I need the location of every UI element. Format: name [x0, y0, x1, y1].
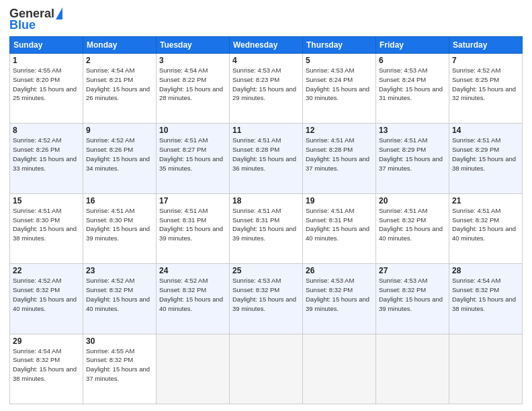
day-number: 16 — [86, 196, 153, 205]
calendar-day-cell — [303, 334, 376, 404]
calendar-day-cell: 11Sunrise: 4:51 AMSunset: 8:28 PMDayligh… — [230, 124, 303, 193]
day-number: 26 — [306, 266, 373, 275]
day-number: 3 — [159, 56, 226, 65]
day-info: Sunrise: 4:53 AMSunset: 8:23 PMDaylight:… — [232, 66, 296, 101]
day-number: 22 — [13, 266, 80, 275]
calendar-day-cell: 28Sunrise: 4:54 AMSunset: 8:32 PMDayligh… — [449, 264, 523, 334]
weekday-header: Sunday — [10, 37, 83, 54]
day-info: Sunrise: 4:52 AMSunset: 8:25 PMDaylight:… — [452, 66, 516, 101]
day-number: 14 — [452, 126, 519, 135]
day-info: Sunrise: 4:53 AMSunset: 8:32 PMDaylight:… — [232, 277, 296, 312]
calendar-table: SundayMondayTuesdayWednesdayThursdayFrid… — [9, 36, 523, 404]
day-info: Sunrise: 4:51 AMSunset: 8:27 PMDaylight:… — [159, 136, 223, 171]
calendar-day-cell: 10Sunrise: 4:51 AMSunset: 8:27 PMDayligh… — [157, 124, 230, 193]
calendar-day-cell: 13Sunrise: 4:51 AMSunset: 8:29 PMDayligh… — [376, 124, 449, 193]
calendar-day-cell: 17Sunrise: 4:51 AMSunset: 8:31 PMDayligh… — [157, 193, 230, 263]
calendar-day-cell: 22Sunrise: 4:52 AMSunset: 8:32 PMDayligh… — [10, 264, 83, 334]
calendar-day-cell: 19Sunrise: 4:51 AMSunset: 8:31 PMDayligh… — [303, 193, 376, 263]
calendar-day-cell — [230, 334, 303, 404]
day-number: 25 — [232, 266, 300, 275]
day-info: Sunrise: 4:54 AMSunset: 8:32 PMDaylight:… — [452, 277, 516, 312]
day-number: 5 — [306, 56, 373, 65]
day-number: 29 — [13, 336, 80, 346]
calendar-day-cell: 30Sunrise: 4:55 AMSunset: 8:32 PMDayligh… — [83, 334, 157, 404]
day-number: 11 — [232, 126, 300, 135]
day-info: Sunrise: 4:52 AMSunset: 8:26 PMDaylight:… — [86, 136, 150, 171]
calendar-day-cell: 16Sunrise: 4:51 AMSunset: 8:30 PMDayligh… — [83, 193, 157, 263]
day-info: Sunrise: 4:51 AMSunset: 8:30 PMDaylight:… — [13, 207, 77, 242]
calendar-day-cell — [376, 334, 449, 404]
calendar-day-cell: 1Sunrise: 4:55 AMSunset: 8:20 PMDaylight… — [10, 54, 83, 124]
day-info: Sunrise: 4:55 AMSunset: 8:20 PMDaylight:… — [13, 66, 77, 101]
day-number: 4 — [232, 56, 300, 65]
day-number: 15 — [13, 196, 80, 205]
calendar-day-cell: 27Sunrise: 4:53 AMSunset: 8:32 PMDayligh… — [376, 264, 449, 334]
weekday-header: Thursday — [303, 37, 376, 54]
logo: General Blue — [9, 7, 62, 32]
calendar-day-cell: 9Sunrise: 4:52 AMSunset: 8:26 PMDaylight… — [83, 124, 157, 193]
day-number: 10 — [159, 126, 226, 135]
calendar-week-row: 22Sunrise: 4:52 AMSunset: 8:32 PMDayligh… — [10, 264, 523, 334]
calendar-day-cell: 6Sunrise: 4:53 AMSunset: 8:24 PMDaylight… — [376, 54, 449, 124]
weekday-header: Saturday — [449, 37, 523, 54]
logo-triangle-icon — [56, 7, 62, 19]
day-number: 24 — [159, 266, 226, 275]
day-info: Sunrise: 4:53 AMSunset: 8:32 PMDaylight:… — [379, 277, 443, 312]
day-number: 23 — [86, 266, 153, 275]
day-info: Sunrise: 4:51 AMSunset: 8:31 PMDaylight:… — [232, 207, 296, 242]
calendar-week-row: 8Sunrise: 4:52 AMSunset: 8:26 PMDaylight… — [10, 124, 523, 193]
day-info: Sunrise: 4:52 AMSunset: 8:26 PMDaylight:… — [13, 136, 77, 171]
day-number: 12 — [306, 126, 373, 135]
day-info: Sunrise: 4:51 AMSunset: 8:32 PMDaylight:… — [379, 207, 443, 242]
calendar-week-row: 29Sunrise: 4:54 AMSunset: 8:32 PMDayligh… — [10, 334, 523, 404]
day-info: Sunrise: 4:53 AMSunset: 8:24 PMDaylight:… — [379, 66, 443, 101]
day-info: Sunrise: 4:51 AMSunset: 8:32 PMDaylight:… — [452, 207, 516, 242]
day-info: Sunrise: 4:53 AMSunset: 8:32 PMDaylight:… — [306, 277, 369, 312]
calendar-day-cell: 25Sunrise: 4:53 AMSunset: 8:32 PMDayligh… — [230, 264, 303, 334]
day-number: 9 — [86, 126, 153, 135]
day-number: 17 — [159, 196, 226, 205]
day-info: Sunrise: 4:52 AMSunset: 8:32 PMDaylight:… — [159, 277, 223, 312]
day-number: 2 — [86, 56, 153, 65]
day-info: Sunrise: 4:52 AMSunset: 8:32 PMDaylight:… — [13, 277, 77, 312]
weekday-header: Friday — [376, 37, 449, 54]
day-info: Sunrise: 4:51 AMSunset: 8:31 PMDaylight:… — [306, 207, 369, 242]
day-info: Sunrise: 4:51 AMSunset: 8:28 PMDaylight:… — [232, 136, 296, 171]
weekday-header: Monday — [83, 37, 157, 54]
day-number: 6 — [379, 56, 446, 65]
day-number: 21 — [452, 196, 519, 205]
logo-blue-text: Blue — [9, 18, 36, 32]
day-number: 7 — [452, 56, 519, 65]
day-info: Sunrise: 4:54 AMSunset: 8:32 PMDaylight:… — [13, 347, 77, 382]
calendar-day-cell: 21Sunrise: 4:51 AMSunset: 8:32 PMDayligh… — [449, 193, 523, 263]
calendar-day-cell: 5Sunrise: 4:53 AMSunset: 8:24 PMDaylight… — [303, 54, 376, 124]
day-info: Sunrise: 4:54 AMSunset: 8:22 PMDaylight:… — [159, 66, 223, 101]
calendar-day-cell: 7Sunrise: 4:52 AMSunset: 8:25 PMDaylight… — [449, 54, 523, 124]
calendar-day-cell: 29Sunrise: 4:54 AMSunset: 8:32 PMDayligh… — [10, 334, 83, 404]
day-info: Sunrise: 4:55 AMSunset: 8:32 PMDaylight:… — [86, 347, 150, 382]
day-number: 8 — [13, 126, 80, 135]
calendar-day-cell — [157, 334, 230, 404]
calendar-day-cell: 4Sunrise: 4:53 AMSunset: 8:23 PMDaylight… — [230, 54, 303, 124]
calendar-day-cell: 3Sunrise: 4:54 AMSunset: 8:22 PMDaylight… — [157, 54, 230, 124]
day-number: 19 — [306, 196, 373, 205]
calendar-day-cell: 26Sunrise: 4:53 AMSunset: 8:32 PMDayligh… — [303, 264, 376, 334]
day-number: 27 — [379, 266, 446, 275]
calendar-week-row: 1Sunrise: 4:55 AMSunset: 8:20 PMDaylight… — [10, 54, 523, 124]
day-info: Sunrise: 4:54 AMSunset: 8:21 PMDaylight:… — [86, 66, 150, 101]
day-info: Sunrise: 4:51 AMSunset: 8:28 PMDaylight:… — [306, 136, 369, 171]
day-number: 18 — [232, 196, 300, 205]
day-info: Sunrise: 4:51 AMSunset: 8:30 PMDaylight:… — [86, 207, 150, 242]
day-number: 20 — [379, 196, 446, 205]
calendar-day-cell: 8Sunrise: 4:52 AMSunset: 8:26 PMDaylight… — [10, 124, 83, 193]
page: General Blue SundayMondayTuesdayWednesda… — [0, 0, 532, 411]
day-info: Sunrise: 4:52 AMSunset: 8:32 PMDaylight:… — [86, 277, 150, 312]
calendar-day-cell: 23Sunrise: 4:52 AMSunset: 8:32 PMDayligh… — [83, 264, 157, 334]
calendar-day-cell: 20Sunrise: 4:51 AMSunset: 8:32 PMDayligh… — [376, 193, 449, 263]
calendar-day-cell: 14Sunrise: 4:51 AMSunset: 8:29 PMDayligh… — [449, 124, 523, 193]
day-info: Sunrise: 4:51 AMSunset: 8:29 PMDaylight:… — [379, 136, 443, 171]
day-info: Sunrise: 4:51 AMSunset: 8:31 PMDaylight:… — [159, 207, 223, 242]
header: General Blue — [9, 7, 523, 32]
calendar-day-cell: 24Sunrise: 4:52 AMSunset: 8:32 PMDayligh… — [157, 264, 230, 334]
calendar-day-cell: 12Sunrise: 4:51 AMSunset: 8:28 PMDayligh… — [303, 124, 376, 193]
